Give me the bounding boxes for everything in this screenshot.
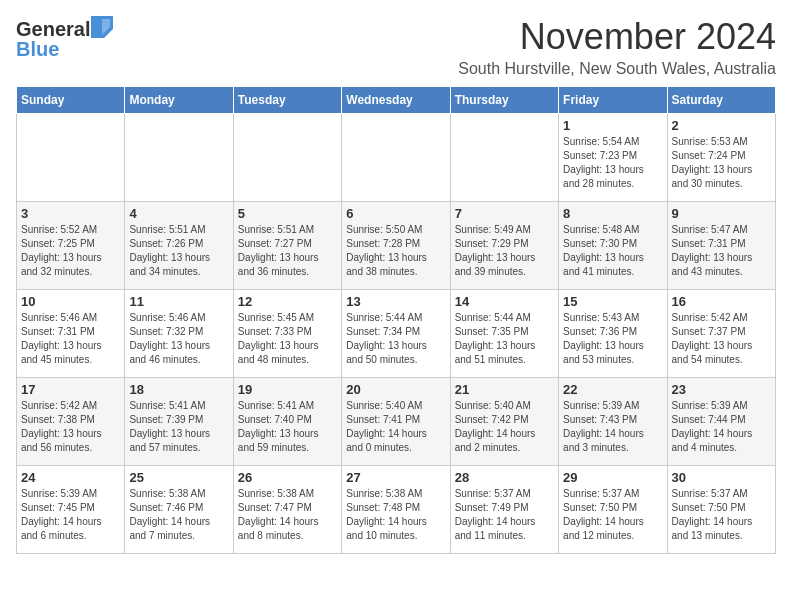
weekday-header-saturday: Saturday [667,87,775,114]
weekday-header-row: SundayMondayTuesdayWednesdayThursdayFrid… [17,87,776,114]
day-info: Sunrise: 5:40 AM Sunset: 7:41 PM Dayligh… [346,399,445,455]
calendar-cell: 30Sunrise: 5:37 AM Sunset: 7:50 PM Dayli… [667,466,775,554]
day-number: 6 [346,206,445,221]
day-number: 13 [346,294,445,309]
weekday-header-thursday: Thursday [450,87,558,114]
day-info: Sunrise: 5:41 AM Sunset: 7:39 PM Dayligh… [129,399,228,455]
day-number: 22 [563,382,662,397]
weekday-header-sunday: Sunday [17,87,125,114]
day-info: Sunrise: 5:37 AM Sunset: 7:49 PM Dayligh… [455,487,554,543]
day-number: 21 [455,382,554,397]
day-info: Sunrise: 5:47 AM Sunset: 7:31 PM Dayligh… [672,223,771,279]
calendar-cell [342,114,450,202]
day-number: 27 [346,470,445,485]
day-info: Sunrise: 5:38 AM Sunset: 7:46 PM Dayligh… [129,487,228,543]
day-number: 5 [238,206,337,221]
calendar-cell: 18Sunrise: 5:41 AM Sunset: 7:39 PM Dayli… [125,378,233,466]
calendar-cell: 10Sunrise: 5:46 AM Sunset: 7:31 PM Dayli… [17,290,125,378]
day-number: 8 [563,206,662,221]
day-number: 4 [129,206,228,221]
logo-icon [91,16,113,42]
day-info: Sunrise: 5:51 AM Sunset: 7:27 PM Dayligh… [238,223,337,279]
calendar-cell: 3Sunrise: 5:52 AM Sunset: 7:25 PM Daylig… [17,202,125,290]
calendar-cell: 6Sunrise: 5:50 AM Sunset: 7:28 PM Daylig… [342,202,450,290]
weekday-header-tuesday: Tuesday [233,87,341,114]
day-info: Sunrise: 5:51 AM Sunset: 7:26 PM Dayligh… [129,223,228,279]
day-number: 2 [672,118,771,133]
day-info: Sunrise: 5:50 AM Sunset: 7:28 PM Dayligh… [346,223,445,279]
day-info: Sunrise: 5:38 AM Sunset: 7:48 PM Dayligh… [346,487,445,543]
day-number: 11 [129,294,228,309]
week-row-3: 10Sunrise: 5:46 AM Sunset: 7:31 PM Dayli… [17,290,776,378]
day-info: Sunrise: 5:54 AM Sunset: 7:23 PM Dayligh… [563,135,662,191]
logo-blue: Blue [16,38,59,61]
day-info: Sunrise: 5:39 AM Sunset: 7:44 PM Dayligh… [672,399,771,455]
calendar-cell: 24Sunrise: 5:39 AM Sunset: 7:45 PM Dayli… [17,466,125,554]
day-number: 18 [129,382,228,397]
day-number: 9 [672,206,771,221]
day-number: 15 [563,294,662,309]
day-number: 10 [21,294,120,309]
day-number: 3 [21,206,120,221]
calendar-cell: 29Sunrise: 5:37 AM Sunset: 7:50 PM Dayli… [559,466,667,554]
day-number: 12 [238,294,337,309]
day-number: 23 [672,382,771,397]
day-info: Sunrise: 5:37 AM Sunset: 7:50 PM Dayligh… [563,487,662,543]
week-row-2: 3Sunrise: 5:52 AM Sunset: 7:25 PM Daylig… [17,202,776,290]
day-number: 29 [563,470,662,485]
day-info: Sunrise: 5:44 AM Sunset: 7:34 PM Dayligh… [346,311,445,367]
calendar-cell: 28Sunrise: 5:37 AM Sunset: 7:49 PM Dayli… [450,466,558,554]
weekday-header-friday: Friday [559,87,667,114]
calendar-cell: 12Sunrise: 5:45 AM Sunset: 7:33 PM Dayli… [233,290,341,378]
calendar-cell: 4Sunrise: 5:51 AM Sunset: 7:26 PM Daylig… [125,202,233,290]
calendar-cell: 23Sunrise: 5:39 AM Sunset: 7:44 PM Dayli… [667,378,775,466]
day-number: 30 [672,470,771,485]
calendar-cell: 17Sunrise: 5:42 AM Sunset: 7:38 PM Dayli… [17,378,125,466]
calendar-cell [233,114,341,202]
calendar-cell [450,114,558,202]
calendar-cell: 2Sunrise: 5:53 AM Sunset: 7:24 PM Daylig… [667,114,775,202]
day-info: Sunrise: 5:43 AM Sunset: 7:36 PM Dayligh… [563,311,662,367]
day-number: 17 [21,382,120,397]
calendar-cell: 19Sunrise: 5:41 AM Sunset: 7:40 PM Dayli… [233,378,341,466]
calendar-cell: 27Sunrise: 5:38 AM Sunset: 7:48 PM Dayli… [342,466,450,554]
day-info: Sunrise: 5:45 AM Sunset: 7:33 PM Dayligh… [238,311,337,367]
location-title: South Hurstville, New South Wales, Austr… [458,60,776,78]
calendar-cell: 7Sunrise: 5:49 AM Sunset: 7:29 PM Daylig… [450,202,558,290]
day-number: 16 [672,294,771,309]
week-row-5: 24Sunrise: 5:39 AM Sunset: 7:45 PM Dayli… [17,466,776,554]
calendar-table: SundayMondayTuesdayWednesdayThursdayFrid… [16,86,776,554]
week-row-1: 1Sunrise: 5:54 AM Sunset: 7:23 PM Daylig… [17,114,776,202]
day-info: Sunrise: 5:52 AM Sunset: 7:25 PM Dayligh… [21,223,120,279]
month-title: November 2024 [458,16,776,58]
day-number: 19 [238,382,337,397]
calendar-cell: 13Sunrise: 5:44 AM Sunset: 7:34 PM Dayli… [342,290,450,378]
day-info: Sunrise: 5:40 AM Sunset: 7:42 PM Dayligh… [455,399,554,455]
day-info: Sunrise: 5:42 AM Sunset: 7:38 PM Dayligh… [21,399,120,455]
day-info: Sunrise: 5:46 AM Sunset: 7:31 PM Dayligh… [21,311,120,367]
logo: General Blue [16,16,114,61]
day-number: 25 [129,470,228,485]
day-info: Sunrise: 5:37 AM Sunset: 7:50 PM Dayligh… [672,487,771,543]
day-number: 28 [455,470,554,485]
calendar-cell: 20Sunrise: 5:40 AM Sunset: 7:41 PM Dayli… [342,378,450,466]
day-info: Sunrise: 5:39 AM Sunset: 7:43 PM Dayligh… [563,399,662,455]
day-info: Sunrise: 5:38 AM Sunset: 7:47 PM Dayligh… [238,487,337,543]
page-header: General Blue November 2024 South Hurstvi… [16,16,776,78]
day-number: 7 [455,206,554,221]
weekday-header-monday: Monday [125,87,233,114]
calendar-cell: 25Sunrise: 5:38 AM Sunset: 7:46 PM Dayli… [125,466,233,554]
week-row-4: 17Sunrise: 5:42 AM Sunset: 7:38 PM Dayli… [17,378,776,466]
calendar-cell: 15Sunrise: 5:43 AM Sunset: 7:36 PM Dayli… [559,290,667,378]
calendar-cell: 5Sunrise: 5:51 AM Sunset: 7:27 PM Daylig… [233,202,341,290]
title-area: November 2024 South Hurstville, New Sout… [458,16,776,78]
day-info: Sunrise: 5:48 AM Sunset: 7:30 PM Dayligh… [563,223,662,279]
calendar-cell: 16Sunrise: 5:42 AM Sunset: 7:37 PM Dayli… [667,290,775,378]
calendar-cell: 22Sunrise: 5:39 AM Sunset: 7:43 PM Dayli… [559,378,667,466]
day-info: Sunrise: 5:44 AM Sunset: 7:35 PM Dayligh… [455,311,554,367]
day-info: Sunrise: 5:39 AM Sunset: 7:45 PM Dayligh… [21,487,120,543]
day-info: Sunrise: 5:53 AM Sunset: 7:24 PM Dayligh… [672,135,771,191]
day-number: 26 [238,470,337,485]
day-number: 24 [21,470,120,485]
day-info: Sunrise: 5:46 AM Sunset: 7:32 PM Dayligh… [129,311,228,367]
